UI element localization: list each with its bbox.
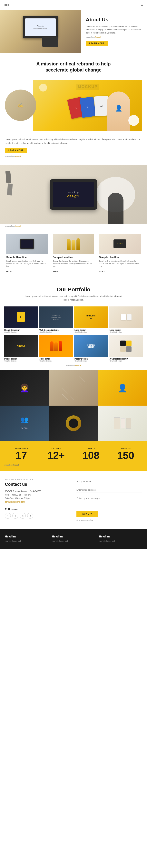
card-3-link[interactable]: MORE bbox=[99, 270, 105, 272]
portfolio-item-6-name: Poster Design bbox=[75, 358, 108, 360]
contact-email[interactable]: contacts@adsmpi.com bbox=[5, 500, 70, 504]
card-1-title: Sample Headline bbox=[6, 256, 48, 259]
contact-name-input[interactable] bbox=[77, 479, 142, 484]
photo-2 bbox=[49, 370, 98, 406]
svg-line-5 bbox=[62, 388, 74, 400]
portfolio-item-0-cat: Graphic Design bbox=[4, 331, 37, 333]
footer-col-1: Headline Sample footer text bbox=[52, 535, 95, 543]
social-pinterest[interactable]: p bbox=[27, 513, 33, 519]
portfolio-section: Our Portfolio Lorem ipsum dolor sit amet… bbox=[0, 281, 147, 370]
portfolio-item-1-cat: Graphic Design bbox=[39, 331, 72, 333]
card-2-link[interactable]: MORE bbox=[53, 270, 59, 272]
yellow-credit-row: Images from Freepik bbox=[0, 224, 147, 228]
footer-grid: Headline Sample footer text Headline Sam… bbox=[5, 535, 142, 543]
yellow-laptop: mockup design. bbox=[50, 179, 97, 210]
social-linkedin[interactable]: in bbox=[20, 513, 26, 519]
card-1-link[interactable]: MORE bbox=[6, 270, 12, 272]
mission-title: A mission critical rebrand to help accel… bbox=[25, 61, 122, 73]
about-body: Ut enim ad minim veniam, quis nostrud ex… bbox=[86, 25, 142, 34]
portfolio-item-2[interactable]: HANGING✦ Logo design Graphic Design bbox=[74, 306, 108, 334]
card-3-title: Sample Headline bbox=[99, 256, 141, 259]
social-icons-row: f t in p bbox=[5, 513, 70, 519]
newsletter-label: JOIN OUR NEWSLETTER bbox=[5, 479, 70, 480]
mission-section: A mission critical rebrand to help accel… bbox=[0, 53, 147, 165]
mission-body: Lorem ipsum dolor sit amet, consectetur … bbox=[5, 137, 142, 145]
social-facebook[interactable]: f bbox=[5, 513, 11, 519]
navbar: logo ≡ bbox=[0, 0, 147, 10]
photo-6 bbox=[98, 406, 147, 441]
about-image: About Us Lorem ipsum dolor sit amet... bbox=[0, 10, 81, 53]
footer-col-2-title: Headline bbox=[99, 535, 142, 538]
photo-grid-section: 👩‍🦱 👤 👥team bbox=[0, 370, 147, 441]
card-1-image bbox=[6, 234, 48, 254]
yellow-laptop-area: mockup design. bbox=[0, 165, 147, 224]
card-2-title: Sample Headline bbox=[53, 256, 94, 259]
social-twitter[interactable]: t bbox=[12, 513, 18, 519]
portfolio-item-4-cat: Graphic Design bbox=[4, 360, 37, 362]
mission-image-right: 1 2 A4 👤 MOCKUP bbox=[33, 80, 142, 131]
svg-line-0 bbox=[62, 376, 85, 400]
hamburger-icon[interactable]: ≡ bbox=[141, 2, 143, 7]
footer-col-0: Headline Sample footer text bbox=[5, 535, 48, 543]
svg-line-6 bbox=[62, 394, 68, 400]
contact-right: SUBMIT ©2024 Privacy policy bbox=[77, 479, 142, 521]
contact-title: Contact us bbox=[5, 482, 70, 487]
portfolio-grid-row2: NIOBIA Poster design Graphic Design Juic… bbox=[4, 335, 143, 363]
contact-email-input[interactable] bbox=[77, 487, 142, 493]
photo-3: 👤 bbox=[98, 370, 147, 406]
portfolio-title: Our Portfolio bbox=[4, 286, 143, 293]
portfolio-item-2-cat: Graphic Design bbox=[75, 331, 108, 333]
contact-section: JOIN OUR NEWSLETTER Contact us 1045-52 S… bbox=[0, 471, 147, 529]
photo-4: 👥team bbox=[0, 406, 49, 441]
footer-col-2-text: Sample footer text bbox=[99, 539, 142, 543]
about-section: About Us Lorem ipsum dolor sit amet... A… bbox=[0, 10, 147, 53]
portfolio-item-5-cat: Graphic Design bbox=[39, 360, 72, 362]
mission-text: Lorem ipsum dolor sit amet, consectetur … bbox=[5, 135, 142, 159]
about-content: About Us Ut enim ad minim veniam, quis n… bbox=[81, 10, 147, 53]
portfolio-item-7[interactable]: A Corporate Identity Graphic Design bbox=[109, 335, 143, 363]
mission-image-left: ✍ bbox=[5, 90, 36, 121]
contact-message-input[interactable] bbox=[77, 496, 142, 507]
stats-section: AWARDS WON 17 YP YEARS 12+ CLIENTS 108 P… bbox=[0, 441, 147, 471]
card-3-text: Simply click to open the text box. Click… bbox=[99, 260, 141, 268]
stat-0: AWARDS WON 17 bbox=[4, 446, 39, 462]
stat-3-label: PROJECTS bbox=[110, 448, 141, 450]
portfolio-item-4-name: Poster design bbox=[4, 358, 37, 360]
mission-learn-more-button[interactable]: LEARN MORE bbox=[5, 148, 27, 153]
stats-grid: AWARDS WON 17 YP YEARS 12+ CLIENTS 108 P… bbox=[4, 446, 143, 462]
portfolio-subtitle: Lorem ipsum dolor sit amet, consectetur … bbox=[25, 295, 122, 302]
stat-0-value: 17 bbox=[6, 450, 37, 461]
card-2-image bbox=[53, 234, 94, 254]
footer: Headline Sample footer text Headline Sam… bbox=[0, 529, 147, 549]
portfolio-item-2-name: Logo design bbox=[75, 329, 108, 331]
stats-credit: Image from Freepik bbox=[4, 464, 143, 466]
about-credit: Image from Freepik bbox=[86, 36, 142, 38]
privacy-text: ©2024 Privacy policy bbox=[77, 519, 142, 521]
portfolio-item-0[interactable]: b Brand Campaign Graphic Design bbox=[4, 306, 38, 334]
portfolio-item-3-cat: Graphic Design bbox=[110, 331, 143, 333]
portfolio-credit: Image from Freepik bbox=[4, 365, 143, 366]
card-3: mockup Sample Headline Simply click to o… bbox=[97, 232, 143, 275]
card-3-image: mockup bbox=[99, 234, 141, 254]
submit-button[interactable]: SUBMIT bbox=[77, 511, 98, 517]
yellow-section: mockup design. Images from Freepik bbox=[0, 165, 147, 228]
contact-left: JOIN OUR NEWSLETTER Contact us 1045-52 S… bbox=[5, 479, 70, 521]
footer-col-1-title: Headline bbox=[52, 535, 95, 538]
portfolio-item-3-name: Logo design bbox=[110, 329, 143, 331]
about-image-placeholder: About Us Lorem ipsum dolor sit amet... bbox=[0, 10, 81, 53]
mission-credit: Images from Freepik bbox=[5, 155, 142, 157]
portfolio-item-4[interactable]: NIOBIA Poster design Graphic Design bbox=[4, 335, 38, 363]
portfolio-item-1[interactable]: Outdoor &ManagementWebsite Web Design We… bbox=[39, 306, 73, 334]
portfolio-item-5-name: Juice bottle bbox=[39, 358, 72, 360]
portfolio-item-3[interactable]: Logo design Graphic Design bbox=[109, 306, 143, 334]
logo: logo bbox=[4, 3, 9, 6]
footer-col-0-title: Headline bbox=[5, 535, 48, 538]
cards-section: Sample Headline Simply click to open the… bbox=[0, 228, 147, 281]
about-learn-more-button[interactable]: LEARN MORE bbox=[86, 41, 108, 46]
footer-col-0-text: Sample footer text bbox=[5, 539, 48, 543]
mission-images: ✍ 1 2 A4 👤 MOCKUP bbox=[5, 79, 142, 132]
card-1: Sample Headline Simply click to open the… bbox=[4, 232, 50, 275]
portfolio-item-6[interactable]: POSTERDESIGN Poster Design Graphic Desig… bbox=[74, 335, 108, 363]
portfolio-item-5[interactable]: Juice bottle Graphic Design bbox=[39, 335, 73, 363]
photo-5 bbox=[49, 406, 98, 441]
